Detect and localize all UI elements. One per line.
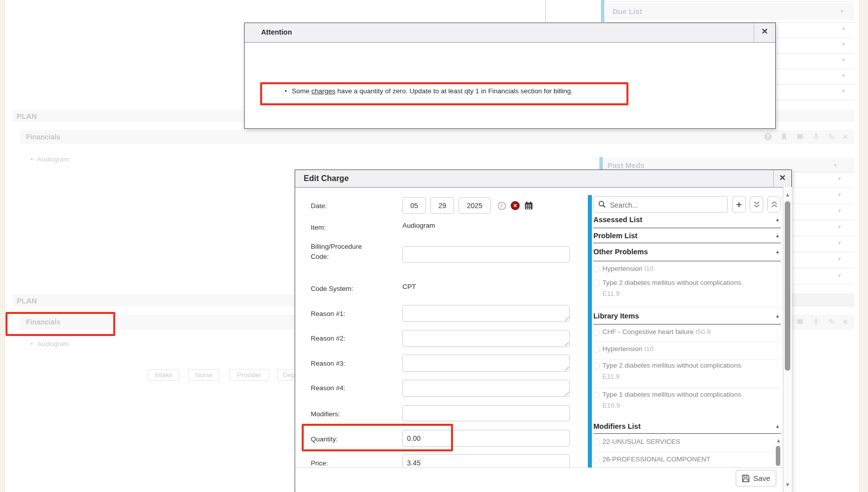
item-code: E11.9 (602, 373, 773, 380)
chevron-down-icon (841, 58, 846, 63)
list-item[interactable]: 22-UNUSUAL SERVICES (602, 438, 680, 445)
radio-button[interactable] (593, 279, 600, 286)
scrollbar-thumb[interactable] (785, 201, 790, 371)
edit-charge-dialog: Edit Charge × Date: × Item: Audiogram Bi… (295, 170, 792, 492)
scroll-up-icon[interactable]: ▲ (776, 438, 781, 443)
list-item[interactable]: Hypertension I10 (602, 265, 654, 272)
item-label: Type 2 diabetes mellitus without complic… (602, 279, 741, 286)
financials-title-2: Financials (26, 318, 60, 326)
reason3-field[interactable] (402, 355, 570, 372)
attention-message-prefix: Some (292, 87, 311, 95)
divider (593, 324, 781, 324)
nurse-button: Nurse (188, 369, 220, 381)
divider (593, 228, 781, 228)
scrollbar-thumb[interactable] (776, 446, 780, 466)
list-item[interactable]: CHF - Congestive heart failure I50.9 (602, 328, 711, 336)
resize-handle-icon[interactable] (564, 391, 569, 396)
reason4-field[interactable] (402, 380, 570, 397)
section-header-other-problems[interactable]: Other Problems (593, 248, 648, 256)
reason1-field[interactable] (402, 305, 570, 322)
search-icon (598, 201, 606, 210)
attention-message-suffix: have a quantity of zero. Update to at le… (335, 87, 573, 95)
list-item[interactable]: Type 2 diabetes mellitus without complic… (602, 279, 773, 297)
date-month-field[interactable] (402, 197, 426, 214)
dialog-scrollbar[interactable]: ▲ ▼ (783, 187, 792, 492)
right-page-margin (859, 0, 868, 492)
close-icon[interactable]: × (773, 172, 792, 184)
chevron-down-icon (837, 273, 842, 278)
collapse-arrow-icon[interactable] (775, 217, 780, 222)
list-item[interactable]: Type 1 diabetes mellitus without complic… (602, 391, 773, 409)
chevron-down-icon (841, 89, 846, 94)
divider (593, 342, 781, 342)
collapse-arrow-icon[interactable] (775, 249, 780, 254)
chevron-down-icon (837, 257, 842, 262)
section-header-modifiers-list[interactable]: Modifiers List (593, 422, 640, 430)
search-input[interactable] (609, 198, 725, 212)
date-year-field[interactable] (459, 197, 491, 214)
charges-link[interactable]: charges (311, 87, 335, 95)
calendar-icon[interactable] (524, 201, 533, 212)
date-day-field[interactable] (430, 197, 454, 214)
quantity-field[interactable] (402, 430, 570, 447)
list-item[interactable]: 26-PROFESSIONAL COMPONENT (602, 455, 711, 463)
code-system-value: CPT (402, 283, 416, 290)
price-field[interactable] (402, 454, 570, 467)
resize-handle-icon[interactable] (564, 366, 569, 371)
time-icon[interactable] (498, 202, 506, 212)
radio-button[interactable] (593, 346, 600, 353)
divider (593, 243, 781, 243)
collapse-arrow-icon[interactable] (775, 424, 780, 429)
section-header-library-items[interactable]: Library Items (593, 312, 639, 320)
radio-button[interactable] (593, 456, 600, 463)
scroll-up-icon[interactable]: ▲ (785, 192, 790, 198)
close-icon[interactable]: × (754, 25, 776, 37)
divider (593, 433, 781, 434)
edit-charge-form: Date: × Item: Audiogram Billing/Procedur… (295, 170, 586, 467)
collapse-all-button[interactable] (767, 196, 781, 213)
pencil-icon: ✎ (828, 318, 835, 325)
code-system-label: Code System: (311, 284, 386, 294)
close-icon: × (843, 318, 847, 325)
divider (593, 307, 781, 307)
attention-dialog: Attention × •Some charges have a quantit… (244, 23, 776, 129)
search-box (593, 196, 728, 213)
reason2-field[interactable] (402, 330, 570, 347)
resize-handle-icon[interactable] (564, 316, 569, 321)
attention-dialog-header: Attention × (245, 23, 775, 43)
radio-button[interactable] (593, 265, 600, 272)
save-button[interactable]: Save (736, 470, 776, 486)
reason1-label: Reason #1: (311, 309, 386, 319)
radio-button[interactable] (593, 392, 600, 399)
list-item[interactable]: Hypertension I10 (602, 345, 654, 353)
clear-date-icon[interactable]: × (511, 201, 520, 210)
plan-title: PLAN (17, 112, 37, 120)
item-code: I10 (644, 265, 654, 272)
modifiers-field[interactable] (402, 405, 570, 421)
microphone-icon (812, 318, 820, 325)
chevron-down-icon (841, 42, 846, 47)
item-label: CHF - Congestive heart failure (602, 328, 694, 336)
add-item-button[interactable]: + (732, 196, 746, 213)
collapse-arrow-icon[interactable] (775, 233, 780, 238)
collapse-arrow-icon[interactable] (775, 313, 780, 318)
section-header-assessed-list[interactable]: Assessed List (593, 216, 642, 224)
reason2-label: Reason #2: (311, 334, 386, 344)
financials-section-header: Financials ? ✎ × (20, 130, 854, 144)
billing-code-field[interactable] (402, 246, 570, 263)
section-toolbar: ? ✎ × (764, 133, 847, 140)
list-item[interactable]: Type 2 diabetes mellitus without complic… (602, 362, 773, 380)
section-header-problem-list[interactable]: Problem List (593, 232, 637, 240)
radio-button[interactable] (593, 329, 600, 336)
resize-handle-icon[interactable] (564, 341, 569, 346)
column-divider (545, 0, 546, 22)
due-list-header: Due List (606, 3, 854, 20)
modifiers-label: Modifiers: (311, 409, 386, 419)
item-code: I10 (644, 345, 654, 353)
due-list-accent-bar (601, 0, 604, 22)
radio-button[interactable] (593, 363, 600, 370)
expand-all-button[interactable] (750, 196, 763, 213)
scroll-down-icon[interactable]: ▼ (785, 482, 790, 487)
bullet-icon: • (285, 88, 287, 95)
radio-button[interactable] (593, 439, 600, 446)
